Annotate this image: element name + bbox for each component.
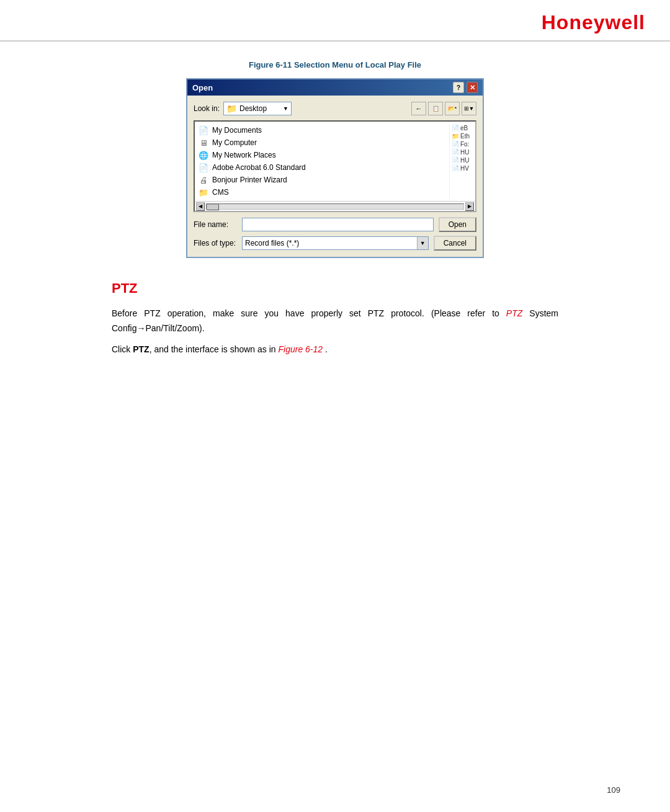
file-name-label: File name: xyxy=(194,220,237,229)
dialog-titlebar: Open ? ✕ xyxy=(187,79,483,96)
ptz-heading: PTZ xyxy=(112,280,558,297)
my-computer-icon: 🖥 xyxy=(199,138,208,148)
right-icon-5: 📄 xyxy=(452,157,459,164)
open-button[interactable]: Open xyxy=(439,217,476,232)
files-of-type-select[interactable]: Record files (*.*) ▼ xyxy=(242,236,429,250)
file-name-input[interactable] xyxy=(242,218,434,231)
look-in-label: Look in: xyxy=(194,104,220,113)
file-list-left: 📄 My Documents 🖥 My Computer 🌐 My Networ… xyxy=(197,124,449,199)
figure-12-link[interactable]: Figure 6-12 xyxy=(278,344,323,354)
cms-label: CMS xyxy=(212,188,229,197)
recent-button[interactable]: 📋 xyxy=(428,102,443,115)
my-network-label: My Network Places xyxy=(212,151,276,159)
list-item[interactable]: 📁Eth xyxy=(451,132,473,140)
bonjour-label: Bonjour Printer Wizard xyxy=(212,176,287,184)
list-item[interactable]: 📄Fo: xyxy=(451,140,473,148)
view-button[interactable]: ⊞▼ xyxy=(462,102,476,115)
my-documents-icon: 📄 xyxy=(199,125,208,135)
toolbar-icons: ← 📋 📂* ⊞▼ xyxy=(411,102,476,115)
right-icon-2: 📁 xyxy=(452,133,459,140)
list-item[interactable]: 📄 Adobe Acrobat 6.0 Standard xyxy=(197,161,449,174)
files-of-type-value: Record files (*.*) xyxy=(243,238,417,249)
adobe-icon: 📄 xyxy=(199,163,208,172)
ptz-paragraph-1: Before PTZ operation, make sure you have… xyxy=(112,306,558,336)
my-network-icon: 🌐 xyxy=(199,150,208,160)
files-of-type-label: Files of type: xyxy=(194,239,237,248)
scroll-thumb[interactable] xyxy=(207,204,219,210)
right-icon-6: 📄 xyxy=(452,165,459,172)
back-button[interactable]: ← xyxy=(411,102,426,115)
ptz-paragraph-2: Click PTZ, and the interface is shown as… xyxy=(112,342,558,357)
look-in-dropdown[interactable]: 📁 Desktop ▼ xyxy=(223,102,292,115)
look-in-value: Desktop xyxy=(239,104,267,113)
main-content: Figure 6-11 Selection Menu of Local Play… xyxy=(0,42,670,381)
my-computer-label: My Computer xyxy=(212,138,257,147)
look-in-row: Look in: 📁 Desktop ▼ ← 📋 📂* ⊞▼ xyxy=(194,102,476,115)
titlebar-controls: ? ✕ xyxy=(453,82,478,93)
list-item[interactable]: 📄HU xyxy=(451,148,473,156)
ptz-link-text: PTZ xyxy=(506,308,522,318)
form-area: File name: Open Files of type: Record fi… xyxy=(194,217,476,251)
chevron-down-icon: ▼ xyxy=(283,105,288,112)
list-item[interactable]: 📄eB xyxy=(451,124,473,132)
figure-caption: Figure 6-11 Selection Menu of Local Play… xyxy=(112,60,558,69)
folder-icon: 📁 xyxy=(226,104,237,114)
open-dialog: Open ? ✕ Look in: 📁 Desktop ▼ ← 📋 📂* xyxy=(186,78,484,258)
scroll-right-button[interactable]: ▶ xyxy=(465,202,474,211)
honeywell-logo: Honeywell xyxy=(542,11,645,34)
close-button[interactable]: ✕ xyxy=(467,82,478,93)
right-icon-1: 📄 xyxy=(452,125,459,132)
right-icon-4: 📄 xyxy=(452,149,459,156)
list-item[interactable]: 📄 My Documents xyxy=(197,124,449,136)
page-header: Honeywell xyxy=(0,0,670,42)
select-arrow-icon[interactable]: ▼ xyxy=(417,237,428,249)
dialog-body: Look in: 📁 Desktop ▼ ← 📋 📂* ⊞▼ xyxy=(187,96,483,257)
cancel-button[interactable]: Cancel xyxy=(434,236,476,251)
scroll-left-button[interactable]: ◀ xyxy=(196,202,205,211)
list-item[interactable]: 📄HU xyxy=(451,156,473,164)
scroll-track[interactable] xyxy=(206,203,464,210)
horizontal-scrollbar: ◀ ▶ xyxy=(195,201,475,211)
file-name-row: File name: Open xyxy=(194,217,476,232)
new-folder-button[interactable]: 📂* xyxy=(445,102,460,115)
list-item[interactable]: 🖥 My Computer xyxy=(197,136,449,149)
file-list-right: 📄eB 📁Eth 📄Fo: 📄HU 📄HU xyxy=(449,124,473,199)
list-item[interactable]: 🖨 Bonjour Printer Wizard xyxy=(197,174,449,186)
cms-icon: 📁 xyxy=(199,187,208,197)
help-button[interactable]: ? xyxy=(453,82,464,93)
adobe-label: Adobe Acrobat 6.0 Standard xyxy=(212,163,306,172)
files-of-type-row: Files of type: Record files (*.*) ▼ Canc… xyxy=(194,236,476,251)
dialog-title: Open xyxy=(192,83,213,92)
file-list-inner: 📄 My Documents 🖥 My Computer 🌐 My Networ… xyxy=(195,122,475,201)
file-browser: 📄 My Documents 🖥 My Computer 🌐 My Networ… xyxy=(194,120,476,212)
list-item[interactable]: 📄HV xyxy=(451,164,473,172)
page-number: 109 xyxy=(607,785,620,795)
my-documents-label: My Documents xyxy=(212,126,262,135)
ptz-config-link[interactable]: PTZ xyxy=(506,308,522,318)
list-item[interactable]: 🌐 My Network Places xyxy=(197,149,449,161)
list-item[interactable]: 📁 CMS xyxy=(197,186,449,199)
right-icon-3: 📄 xyxy=(452,141,459,148)
ptz-bold-text: PTZ xyxy=(133,344,149,354)
ptz-section: PTZ Before PTZ operation, make sure you … xyxy=(112,280,558,357)
bonjour-icon: 🖨 xyxy=(199,175,208,185)
